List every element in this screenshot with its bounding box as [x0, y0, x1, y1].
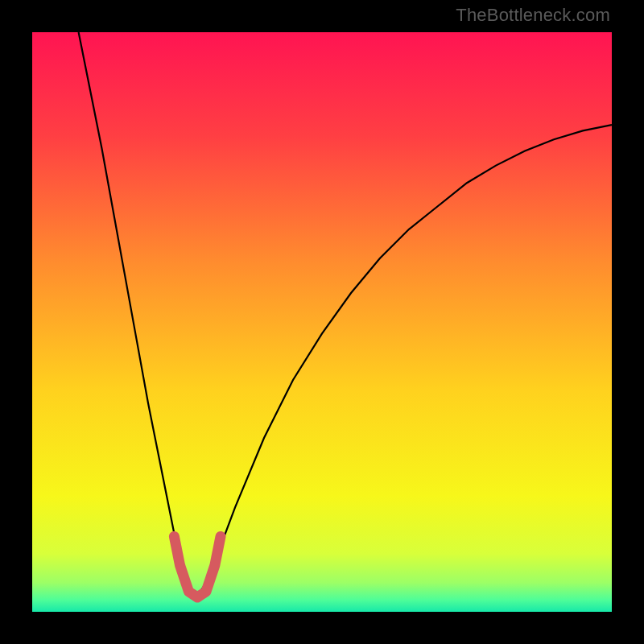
- curve-right-branch: [195, 125, 612, 600]
- curve-left-branch: [79, 32, 195, 601]
- plot-area: [32, 32, 612, 612]
- watermark-text: TheBottleneck.com: [456, 5, 610, 26]
- bottleneck-curve: [32, 32, 612, 612]
- optimal-region-highlight: [174, 536, 221, 597]
- chart-frame: TheBottleneck.com: [0, 0, 644, 644]
